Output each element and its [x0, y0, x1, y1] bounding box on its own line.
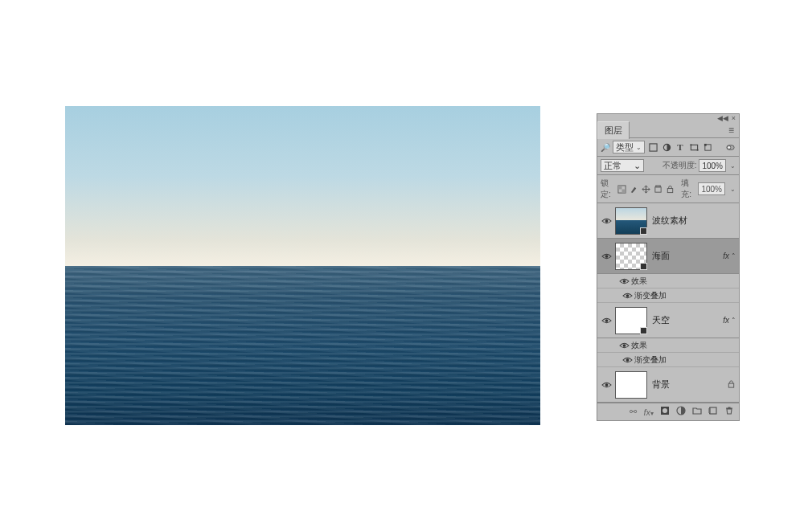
visibility-toggle[interactable]: [599, 252, 613, 260]
chevron-up-icon[interactable]: ˄: [732, 252, 736, 260]
opacity-label: 不透明度:: [662, 160, 697, 171]
lock-transparent-icon[interactable]: [617, 183, 626, 194]
svg-point-17: [622, 280, 626, 283]
link-badge-icon: [640, 227, 647, 235]
lock-position-icon[interactable]: [642, 183, 650, 194]
svg-point-22: [605, 383, 608, 387]
filter-toggle-icon[interactable]: [724, 141, 736, 153]
layer-name[interactable]: 背景: [652, 379, 727, 391]
panel-tabs: 图层 ≡: [597, 122, 739, 138]
filter-shape-icon[interactable]: [688, 141, 699, 153]
mask-button[interactable]: [660, 406, 670, 418]
layer-row[interactable]: 海面 fx ˄: [597, 239, 739, 274]
svg-rect-4: [696, 149, 698, 150]
visibility-toggle[interactable]: [620, 292, 634, 300]
canvas[interactable]: [65, 106, 540, 425]
svg-rect-10: [618, 185, 622, 189]
visibility-toggle[interactable]: [617, 342, 631, 350]
svg-rect-14: [667, 188, 672, 192]
close-icon[interactable]: ×: [732, 114, 736, 122]
chevron-down-icon: ⌄: [636, 144, 642, 151]
layer-thumbnail[interactable]: [615, 307, 647, 334]
svg-point-8: [727, 145, 730, 149]
opacity-value: 100%: [702, 162, 723, 170]
chevron-down-icon[interactable]: ⌄: [730, 186, 736, 193]
filter-kind-label: 类型: [616, 141, 634, 153]
visibility-toggle[interactable]: [599, 317, 613, 325]
group-button[interactable]: [692, 406, 702, 418]
effects-header-row[interactable]: 效果: [597, 338, 739, 353]
visibility-toggle[interactable]: [599, 217, 613, 225]
fx-indicator[interactable]: fx: [723, 252, 729, 260]
effects-label: 效果: [631, 276, 647, 287]
filter-row: 🔎 类型 ⌄ T: [597, 138, 739, 157]
svg-point-15: [605, 219, 608, 223]
chevron-up-icon[interactable]: ˄: [732, 317, 736, 325]
svg-rect-12: [655, 186, 661, 191]
svg-rect-6: [704, 143, 706, 145]
svg-point-16: [605, 255, 608, 258]
chevron-down-icon[interactable]: ⌄: [730, 162, 736, 170]
tab-layers[interactable]: 图层: [597, 121, 630, 139]
svg-rect-27: [710, 407, 716, 414]
layer-name[interactable]: 天空: [652, 314, 723, 326]
svg-point-20: [622, 344, 626, 347]
svg-rect-0: [649, 143, 656, 150]
layer-name[interactable]: 波纹素材: [652, 215, 736, 227]
panel-bottom-bar: ⚯ fx▾: [597, 403, 739, 420]
blend-row: 正常 ⌄ 不透明度: 100% ⌄: [597, 157, 739, 175]
fx-indicator[interactable]: fx: [723, 316, 729, 325]
lock-paint-icon[interactable]: [630, 183, 638, 194]
filter-type-icon[interactable]: T: [675, 141, 686, 153]
layer-name[interactable]: 海面: [652, 250, 723, 262]
fill-input[interactable]: 100%: [698, 182, 725, 195]
lock-artboard-icon[interactable]: [654, 183, 662, 194]
effect-name: 渐变叠加: [634, 290, 667, 301]
blend-mode-select[interactable]: 正常 ⌄: [601, 159, 644, 172]
effects-label: 效果: [631, 340, 647, 351]
svg-point-19: [605, 319, 608, 322]
lock-row: 锁定: 填充: 100% ⌄: [597, 175, 739, 203]
svg-point-21: [626, 358, 629, 362]
adjustment-button[interactable]: [676, 406, 686, 418]
blend-mode-label: 正常: [604, 160, 621, 172]
svg-rect-23: [728, 383, 733, 387]
fx-button[interactable]: fx▾: [643, 407, 654, 417]
link-layers-icon[interactable]: ⚯: [630, 407, 637, 417]
effect-name: 渐变叠加: [634, 354, 667, 366]
svg-point-18: [626, 294, 629, 297]
visibility-toggle[interactable]: [617, 277, 631, 285]
effects-header-row[interactable]: 效果: [597, 274, 739, 289]
layer-thumbnail[interactable]: [615, 207, 647, 235]
layer-row[interactable]: 天空 fx ˄: [597, 303, 739, 338]
filter-smart-icon[interactable]: [702, 141, 713, 153]
link-badge-icon: [640, 263, 647, 270]
opacity-input[interactable]: 100%: [699, 159, 726, 172]
filter-adjust-icon[interactable]: [661, 141, 672, 153]
visibility-toggle[interactable]: [599, 381, 613, 389]
layer-row[interactable]: 背景: [597, 367, 739, 403]
fill-label: 填充:: [681, 178, 695, 200]
lock-all-icon[interactable]: [666, 183, 675, 194]
lock-icon: [727, 379, 736, 391]
collapse-icon[interactable]: ◀◀: [717, 114, 728, 122]
effect-row[interactable]: 渐变叠加: [597, 289, 739, 303]
svg-rect-3: [690, 144, 691, 145]
svg-point-25: [662, 408, 667, 413]
water-texture: [65, 266, 540, 426]
effect-row[interactable]: 渐变叠加: [597, 353, 739, 367]
filter-kind-select[interactable]: 类型 ⌄: [613, 141, 645, 153]
search-icon: 🔎: [601, 143, 610, 152]
new-layer-button[interactable]: [708, 406, 718, 418]
delete-button[interactable]: [724, 406, 734, 418]
visibility-toggle[interactable]: [620, 356, 634, 364]
layers-panel: ◀◀ × 图层 ≡ 🔎 类型 ⌄ T 正常: [597, 113, 740, 421]
layer-thumbnail[interactable]: [615, 371, 647, 399]
chevron-down-icon: ⌄: [634, 161, 641, 171]
fill-value: 100%: [701, 185, 722, 194]
panel-menu-icon[interactable]: ≡: [724, 125, 739, 136]
lock-label: 锁定:: [601, 178, 614, 200]
layer-row[interactable]: 波纹素材: [597, 203, 739, 239]
layer-thumbnail[interactable]: [615, 243, 647, 270]
filter-pixel-icon[interactable]: [647, 141, 658, 153]
